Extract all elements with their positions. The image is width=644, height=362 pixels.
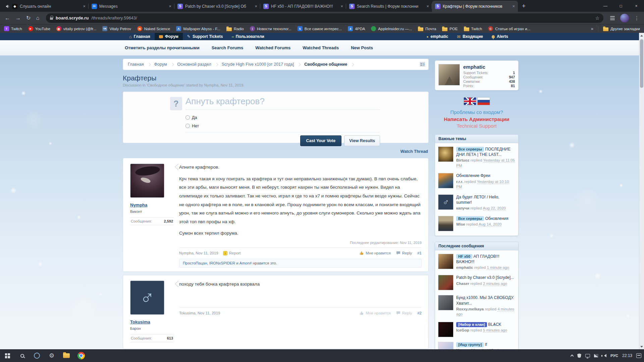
bookmarks-overflow-icon[interactable]: »: [591, 26, 593, 31]
topic-user[interactable]: Birtuoz: [456, 158, 470, 162]
lock-icon[interactable]: [50, 17, 53, 20]
user-card-avatar[interactable]: [438, 64, 460, 85]
ru-flag-icon[interactable]: [478, 98, 490, 105]
post-number-link[interactable]: #2: [417, 311, 422, 315]
extensions-icon[interactable]: [610, 16, 615, 20]
author-link[interactable]: Nympha: [130, 202, 147, 207]
avatar[interactable]: [130, 164, 164, 198]
breadcrumb-item[interactable]: Главная: [128, 62, 150, 67]
topic-thumbnail[interactable]: [438, 342, 453, 349]
topic-thumbnail[interactable]: [438, 275, 453, 290]
tab-close-icon[interactable]: ×: [83, 4, 86, 9]
likes-users[interactable]: ПростоПацан, IRONxSPIDER и Amon#: [183, 261, 252, 265]
topic-time[interactable]: 1 minute ago: [487, 265, 509, 270]
topic-thumbnail[interactable]: ♂: [438, 194, 453, 210]
bookmark-item[interactable]: ◉ vitaliy petrov (@fr...: [56, 26, 97, 31]
address-bar[interactable]: board.scryde.ru /threads/kraftery.59643/…: [46, 13, 603, 23]
technical-support-link[interactable]: Technical Support: [435, 123, 519, 129]
forum-user-menu-item[interactable]: Входящие: [452, 33, 487, 40]
home-icon[interactable]: ⌂: [36, 15, 39, 21]
profile-avatar[interactable]: [620, 14, 629, 22]
forward-icon[interactable]: →: [15, 15, 21, 21]
sidebar-topic-item[interactable]: ♂ Да будет ЛЕТО! / Hello, summer! капучи…: [435, 192, 518, 214]
topic-title[interactable]: Бунд x1000. МЫ ЗА СВОБОДУ. Хватит...: [456, 295, 514, 305]
subnav-item[interactable]: Отметить разделы прочитанными: [125, 45, 200, 50]
topic-user[interactable]: IceGop: [456, 328, 469, 332]
author-link[interactable]: Tokusima: [130, 319, 150, 324]
taskbar-search-button[interactable]: [15, 349, 30, 362]
tab-audio-icon[interactable]: [6, 4, 10, 8]
bookmark-star-icon[interactable]: ☆: [595, 15, 599, 21]
topic-title[interactable]: Обновления: [485, 216, 508, 221]
topic-thumbnail[interactable]: [438, 216, 453, 231]
forum-nav-item[interactable]: Пользователи: [227, 33, 269, 40]
bookmark-item[interactable]: T Twitch: [4, 26, 22, 31]
subnav-item[interactable]: New Posts: [351, 45, 373, 50]
topic-user[interactable]: Wise: [456, 222, 465, 226]
bookmark-item[interactable]: Почта: [418, 26, 436, 31]
bookmark-item[interactable]: 4 4PDA: [348, 26, 365, 31]
browser-tab[interactable]: ◆ Слушать онлайн ×: [3, 1, 89, 12]
topic-user[interactable]: капучи: [456, 206, 469, 210]
topic-thumbnail[interactable]: [438, 254, 453, 269]
action-center-icon[interactable]: [636, 353, 641, 358]
bookmark-item[interactable]: A Wallpaper Abyss - F...: [176, 26, 220, 31]
radio-button-icon[interactable]: [185, 115, 190, 120]
watch-thread-link[interactable]: Watch Thread: [400, 149, 428, 154]
bookmark-item[interactable]: C Статьи об играх и...: [488, 26, 530, 31]
forum-user-menu-item[interactable]: emphatic: [422, 33, 452, 40]
topic-time[interactable]: 5 minutes ago: [483, 328, 507, 333]
chrome-taskbar-button[interactable]: [74, 349, 89, 362]
topic-thumbnail[interactable]: [438, 173, 453, 188]
topic-title[interactable]: BLѦCK: [488, 322, 501, 327]
maximize-button[interactable]: □: [613, 0, 629, 12]
minimize-button[interactable]: —: [598, 0, 613, 12]
browser-tab[interactable]: ✉ Messages ×: [89, 1, 174, 12]
back-icon[interactable]: ←: [5, 15, 10, 21]
sidebar-topic-item[interactable]: Бунд x1000. МЫ ЗА СВОБОДУ. Хватит... Rox…: [435, 293, 518, 319]
post-byline[interactable]: Nympha, Nov 11, 2019: [179, 251, 218, 255]
volume-icon[interactable]: [602, 354, 606, 357]
like-link[interactable]: Мне нравится: [359, 251, 390, 255]
topic-title[interactable]: Patch by Chaser v3.0 [Scryde]...: [456, 275, 514, 280]
topic-title[interactable]: Обновление Фреи: [456, 173, 490, 178]
browser-tab[interactable]: S Крафтеры | Форум поклонников ×: [432, 1, 518, 12]
topic-user[interactable]: emphatic: [456, 265, 473, 269]
bookmark-item[interactable]: i Новости технолог...: [250, 26, 291, 31]
bookmark-item[interactable]: ▶ YouTube: [28, 26, 50, 31]
close-button[interactable]: ×: [629, 0, 644, 12]
tray-expand-icon[interactable]: [571, 355, 574, 358]
topic-user[interactable]: r.r.r.: [456, 180, 463, 184]
user-card-name[interactable]: emphatic: [463, 64, 515, 70]
breadcrumb-item[interactable]: Scryde High Five x1000 [от 2017 года]: [222, 62, 301, 67]
sidebar-topic-item[interactable]: [Ищу группу] lf Moonya^^ replied 17 minu…: [435, 340, 518, 349]
like-link[interactable]: Мне нравится: [359, 311, 390, 315]
topic-thumbnail[interactable]: [438, 322, 453, 337]
sidebar-topic-item[interactable]: Все серверы Обновления Wise replied Aug …: [435, 214, 518, 234]
sidebar-topic-item[interactable]: Все серверы ПОСЛЕДНИЕ ДНИ ЛЕТА | THE LAS…: [435, 144, 518, 171]
scroll-up-arrow[interactable]: [639, 33, 644, 38]
scrollbar-thumb[interactable]: [640, 39, 643, 88]
breadcrumb-item[interactable]: Основной раздел: [177, 62, 218, 67]
quick-nav-grid-icon[interactable]: [420, 62, 425, 67]
breadcrumb-item[interactable]: Форум: [154, 62, 173, 67]
bookmark-item[interactable]: Radio: [226, 26, 244, 31]
topic-user[interactable]: Roxxy.melkaya: [456, 307, 484, 311]
tab-close-icon[interactable]: ×: [426, 4, 429, 9]
poll-option[interactable]: Нет: [185, 123, 380, 129]
security-shield-icon[interactable]: [577, 354, 581, 358]
browser-menu-icon[interactable]: ⋮: [634, 15, 639, 21]
bookmark-item[interactable]: POE: [442, 26, 458, 31]
sidebar-topic-item[interactable]: [Набор в клан] BLѦCK IceGop replied 5 mi…: [435, 319, 518, 340]
clock[interactable]: 22:13: [622, 353, 632, 358]
topic-time[interactable]: Aug 22, 2020: [483, 206, 506, 210]
topic-user[interactable]: Chaser: [456, 282, 469, 286]
forum-nav-item[interactable]: Support Tickets: [183, 33, 227, 40]
topic-time[interactable]: 2 minutes ago: [483, 282, 507, 286]
scroll-down-arrow[interactable]: [639, 344, 644, 349]
topic-title[interactable]: lf: [485, 342, 487, 347]
view-results-button[interactable]: View Results: [344, 135, 380, 146]
tab-close-icon[interactable]: ×: [255, 4, 257, 9]
breadcrumb-item[interactable]: Свободное общение: [304, 62, 354, 67]
sidebar-topic-item[interactable]: HF x50 АП ГЛАДОВ!!! ВАЖНО!!! emphatic re…: [435, 251, 518, 273]
